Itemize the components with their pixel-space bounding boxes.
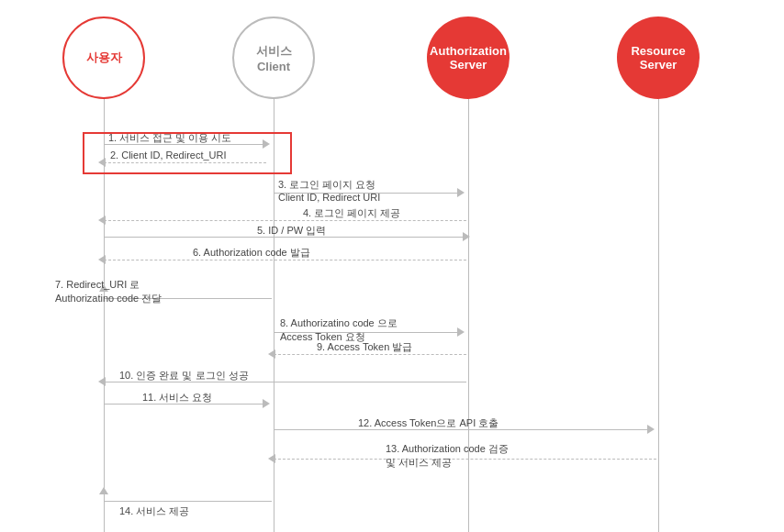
client-actor: 서비스 Client xyxy=(232,17,315,99)
step3-label: 3. 로그인 페이지 요청Client ID, Redirect URI xyxy=(278,178,380,203)
step10-arrowhead xyxy=(98,377,106,386)
client-label: 서비스 Client xyxy=(256,43,292,73)
step8-arrowhead xyxy=(457,327,465,337)
step6-line xyxy=(104,260,466,260)
step6-arrowhead xyxy=(98,255,106,264)
auth-actor: Authorization Server xyxy=(427,17,510,99)
step5-label: 5. ID / PW 입력 xyxy=(257,224,326,238)
step14-label: 14. 서비스 제공 xyxy=(119,504,189,518)
step2-arrowhead xyxy=(98,158,106,167)
step2-line xyxy=(104,162,266,163)
step4-line xyxy=(104,220,466,221)
step11-label: 11. 서비스 요청 xyxy=(142,391,212,405)
step2-label: 2. Client ID, Redirect_URI xyxy=(110,150,227,161)
step14-arrowhead xyxy=(99,487,108,494)
step13-arrowhead xyxy=(268,454,275,463)
step14-line xyxy=(104,501,272,502)
user-actor: 사용자 xyxy=(62,17,145,99)
step11-arrowhead xyxy=(263,399,270,408)
auth-label: Authorization Server xyxy=(430,44,507,72)
step10-label: 10. 인증 완료 및 로그인 성공 xyxy=(119,369,249,382)
user-label: 사용자 xyxy=(86,50,122,66)
step9-label: 9. Access Token 발급 xyxy=(317,340,412,354)
resource-vline xyxy=(658,99,659,532)
step6-label: 6. Authorization code 발급 xyxy=(193,246,310,260)
step12-arrowhead xyxy=(647,425,655,434)
oauth-diagram: 사용자 서비스 Client Authorization Server Reso… xyxy=(0,0,784,532)
client-vline xyxy=(274,99,274,532)
step5-arrowhead xyxy=(463,232,470,241)
resource-label: Resource Server xyxy=(631,44,685,72)
step9-line xyxy=(274,354,466,355)
step12-label: 12. Access Token으로 API 호출 xyxy=(358,416,498,430)
step13-label: 13. Authorization code 검증및 서비스 제공 xyxy=(386,442,509,470)
step9-arrowhead xyxy=(268,349,275,359)
step7-label: 7. Redirect_URI 로Authorizatino code 전달 xyxy=(55,278,162,305)
step1-label: 1. 서비스 접근 및 이용 시도 xyxy=(108,131,231,145)
step4-arrowhead xyxy=(98,216,106,225)
resource-actor: Resource Server xyxy=(617,17,700,99)
step1-arrowhead xyxy=(263,139,270,149)
step4-label: 4. 로그인 페이지 제공 xyxy=(303,206,400,220)
step3-arrowhead xyxy=(457,188,465,197)
